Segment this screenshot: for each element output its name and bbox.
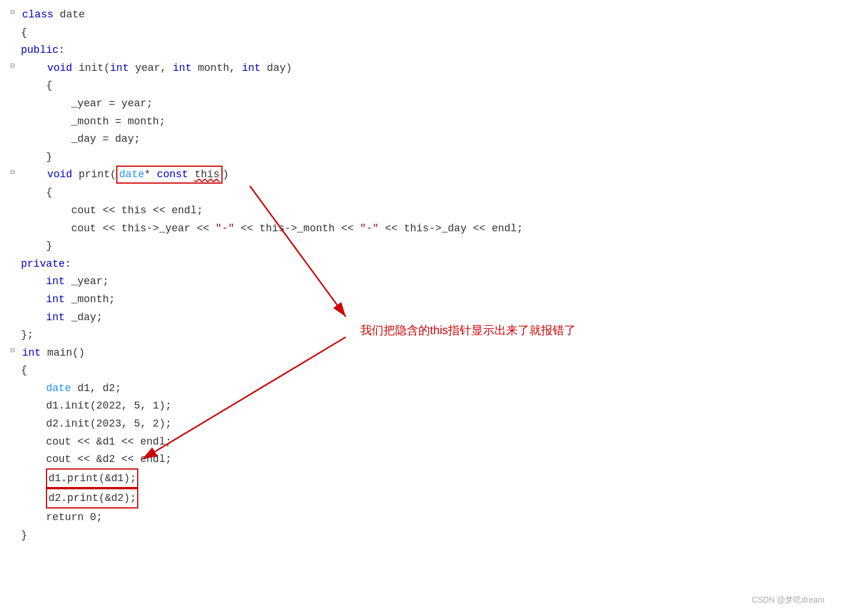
code-line-content: int main() <box>22 344 842 362</box>
code-line-d1print: d1.print(&d1); <box>5 468 842 489</box>
gutter <box>5 113 21 113</box>
code-line-content: int _day; <box>21 309 842 327</box>
code-line-content: d1.print(&d1); <box>21 468 842 489</box>
code-line-content: { <box>21 361 842 379</box>
code-line: { <box>5 184 842 202</box>
code-line: public: <box>5 41 842 59</box>
code-line-content: { <box>21 77 842 95</box>
gutter <box>5 488 21 489</box>
code-line-content: _month = month; <box>21 113 842 131</box>
code-line-content: _day = day; <box>21 130 842 148</box>
gutter <box>5 24 21 24</box>
gutter <box>5 433 21 434</box>
code-line-content: void print(date* const this) <box>22 166 842 184</box>
code-line-content: cout << this << endl; <box>21 202 842 220</box>
gutter <box>5 148 21 149</box>
code-line: } <box>5 237 842 255</box>
gutter <box>5 77 21 77</box>
gutter <box>5 415 21 416</box>
code-line-content: }; <box>21 326 842 344</box>
code-line-content: int _year; <box>21 273 842 291</box>
watermark: CSDN @梦呓dream <box>752 595 825 606</box>
code-line-content: date d1, d2; <box>21 379 842 397</box>
fold-icon: ⊟ <box>5 6 21 19</box>
code-line: cout << &d2 << endl; <box>5 450 842 468</box>
code-line-content: cout << &d1 << endl; <box>21 433 842 451</box>
code-line-content: { <box>21 24 842 42</box>
gutter <box>5 130 21 131</box>
code-line: ⊟ class date <box>5 6 842 24</box>
gutter <box>5 41 21 42</box>
code-line-print: ⊟ void print(date* const this) <box>5 166 842 184</box>
code-line: int _year; <box>5 273 842 291</box>
code-line: _month = month; <box>5 113 842 131</box>
code-line-content: d2.print(&d2); <box>21 488 842 508</box>
gutter <box>5 326 21 327</box>
fold-icon: ⊟ <box>5 344 21 357</box>
gutter <box>5 237 21 238</box>
code-line-content: { <box>21 184 842 202</box>
fold-icon: ⊟ <box>5 59 21 73</box>
code-line-content: int _month; <box>21 291 842 309</box>
code-line-content: } <box>21 237 842 255</box>
code-line-content: return 0; <box>21 508 842 527</box>
gutter <box>5 527 21 527</box>
gutter <box>5 361 21 362</box>
code-area: ⊟ class date { public: ⊟ void init(int y… <box>0 0 842 550</box>
code-line-content: class date <box>22 6 842 24</box>
gutter <box>5 255 21 256</box>
code-line: d2.init(2023, 5, 2); <box>5 415 842 433</box>
code-line: ⊟ void init(int year, int month, int day… <box>5 59 842 77</box>
fold-icon: ⊟ <box>5 166 21 179</box>
code-line-content: cout << this->_year << "-" << this->_mon… <box>21 220 842 238</box>
gutter <box>5 184 21 184</box>
code-line: date d1, d2; <box>5 379 842 397</box>
code-line: cout << this << endl; <box>5 202 842 220</box>
gutter <box>5 450 21 451</box>
gutter <box>5 309 21 309</box>
gutter <box>5 397 21 397</box>
gutter <box>5 95 21 95</box>
code-line-content: private: <box>21 255 842 273</box>
gutter <box>5 468 21 469</box>
code-line: ⊟ int main() <box>5 344 842 362</box>
code-line-content: void init(int year, int month, int day) <box>22 59 842 77</box>
code-line: d1.init(2022, 5, 1); <box>5 397 842 415</box>
code-line-content: cout << &d2 << endl; <box>21 450 842 468</box>
code-line-content: d2.init(2023, 5, 2); <box>21 415 842 433</box>
code-line-d2print: d2.print(&d2); <box>5 488 842 508</box>
code-line-content: _year = year; <box>21 95 842 113</box>
code-line: { <box>5 361 842 379</box>
code-line-content: } <box>21 527 842 545</box>
code-line: _year = year; <box>5 95 842 113</box>
code-line: cout << &d1 << endl; <box>5 433 842 451</box>
code-line-content: } <box>21 148 842 166</box>
code-line-content: public: <box>21 41 842 59</box>
code-line: } <box>5 527 842 545</box>
code-line: _day = day; <box>5 130 842 148</box>
code-line: { <box>5 77 842 95</box>
gutter <box>5 202 21 202</box>
code-line: { <box>5 24 842 42</box>
gutter <box>5 291 21 291</box>
code-line: }; <box>5 326 842 344</box>
gutter <box>5 273 21 273</box>
code-line: return 0; <box>5 508 842 527</box>
code-line: cout << this->_year << "-" << this->_mon… <box>5 220 842 238</box>
gutter <box>5 379 21 380</box>
code-line: int _month; <box>5 291 842 309</box>
code-line: private: <box>5 255 842 273</box>
code-line: } <box>5 148 842 166</box>
code-line: int _day; <box>5 309 842 327</box>
code-line-content: d1.init(2022, 5, 1); <box>21 397 842 415</box>
gutter <box>5 220 21 220</box>
gutter <box>5 508 21 509</box>
